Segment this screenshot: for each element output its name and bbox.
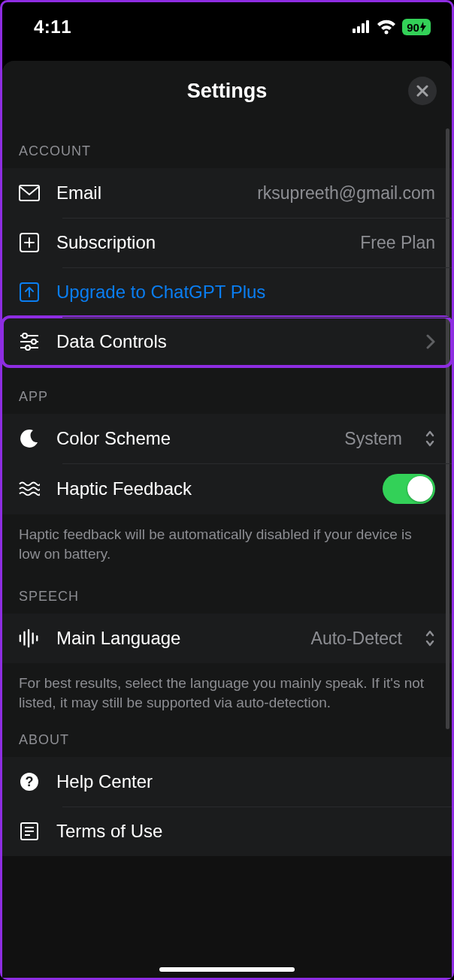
status-right: 90 — [353, 19, 431, 35]
section-label-about: ABOUT — [2, 716, 452, 757]
row-color-scheme[interactable]: Color Scheme System — [2, 414, 452, 463]
audio-bars-icon — [19, 629, 40, 648]
svg-point-13 — [26, 345, 30, 350]
help-icon: ? — [19, 772, 40, 792]
main-language-label: Main Language — [56, 628, 180, 649]
row-terms[interactable]: Terms of Use — [2, 807, 452, 856]
color-scheme-label: Color Scheme — [56, 428, 171, 449]
charging-icon — [420, 22, 426, 32]
section-label-account: ACCOUNT — [2, 121, 452, 168]
subscription-value: Free Plan — [360, 233, 435, 253]
email-value: rksupreeth@gmail.com — [257, 183, 435, 204]
row-subscription[interactable]: Subscription Free Plan — [2, 218, 452, 267]
close-icon — [416, 85, 428, 97]
row-haptic[interactable]: Haptic Feedback — [2, 463, 452, 514]
color-scheme-value: System — [344, 429, 402, 449]
status-bar: 4:11 90 — [2, 2, 452, 47]
cellular-icon — [353, 20, 371, 34]
screen-frame: 4:11 90 — [0, 0, 454, 980]
haptic-toggle[interactable] — [383, 474, 435, 504]
status-time: 4:11 — [34, 17, 71, 38]
row-main-language[interactable]: Main Language Auto-Detect — [2, 614, 452, 663]
battery-level: 90 — [407, 21, 419, 34]
group-app: Color Scheme System Haptic Feedback — [2, 414, 452, 514]
moon-icon — [19, 429, 40, 448]
waves-icon — [19, 481, 40, 497]
row-upgrade[interactable]: Upgrade to ChatGPT Plus — [2, 267, 452, 317]
sliders-icon — [19, 333, 40, 351]
toggle-knob — [407, 476, 433, 502]
svg-point-11 — [32, 339, 36, 344]
subscription-label: Subscription — [56, 232, 156, 253]
svg-text:?: ? — [26, 774, 34, 789]
upgrade-label: Upgrade to ChatGPT Plus — [56, 282, 265, 303]
haptic-note: Haptic feedback will be automatically di… — [2, 514, 452, 566]
help-center-label: Help Center — [56, 771, 153, 792]
row-data-controls[interactable]: Data Controls — [2, 317, 452, 366]
mail-icon — [19, 185, 40, 201]
section-label-speech: SPEECH — [2, 566, 452, 614]
settings-screen: Settings ACCOUNT Email rksupreeth@gmail.… — [2, 61, 452, 978]
email-label: Email — [56, 182, 101, 204]
speech-note: For best results, select the language yo… — [2, 663, 452, 715]
data-controls-label: Data Controls — [56, 331, 167, 352]
upload-box-icon — [19, 282, 40, 302]
updown-icon-2 — [425, 630, 435, 647]
terms-label: Terms of Use — [56, 821, 162, 842]
home-indicator[interactable] — [159, 967, 295, 972]
group-speech: Main Language Auto-Detect — [2, 614, 452, 663]
svg-rect-2 — [362, 23, 365, 33]
chevron-right-icon — [426, 334, 435, 349]
haptic-label: Haptic Feedback — [56, 478, 192, 499]
wifi-icon — [377, 20, 396, 35]
svg-rect-5 — [20, 185, 39, 201]
updown-icon — [425, 430, 435, 447]
main-language-value: Auto-Detect — [311, 629, 402, 649]
header: Settings — [2, 61, 452, 121]
svg-rect-1 — [357, 26, 360, 33]
plus-box-icon — [19, 233, 40, 252]
close-button[interactable] — [408, 77, 437, 105]
section-label-app: APP — [2, 366, 452, 414]
page-title: Settings — [187, 80, 268, 103]
row-email[interactable]: Email rksupreeth@gmail.com — [2, 168, 452, 218]
document-icon — [19, 822, 40, 841]
group-account: Email rksupreeth@gmail.com Subscription … — [2, 168, 452, 366]
group-about: ? Help Center Terms of Use — [2, 757, 452, 856]
svg-rect-0 — [353, 29, 356, 33]
svg-point-9 — [23, 333, 27, 338]
battery-indicator: 90 — [402, 19, 431, 35]
row-help-center[interactable]: ? Help Center — [2, 757, 452, 807]
svg-rect-3 — [366, 20, 369, 33]
svg-point-4 — [385, 31, 389, 35]
